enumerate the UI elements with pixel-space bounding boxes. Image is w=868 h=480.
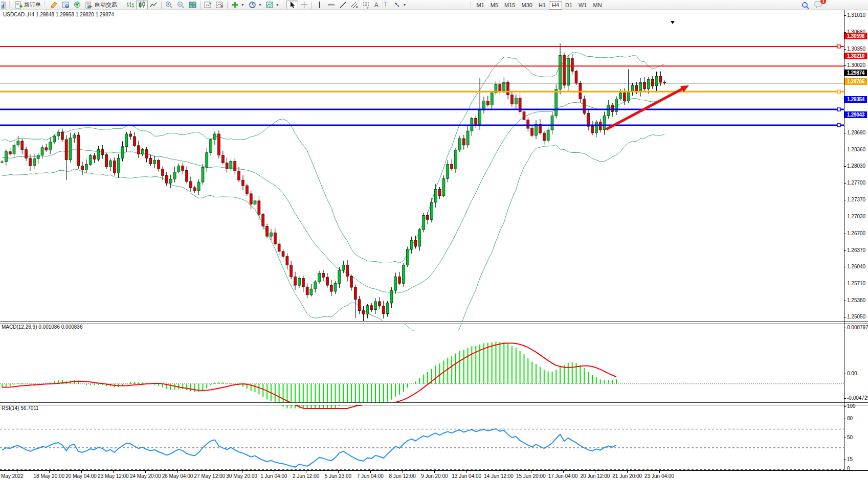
candle-body [322,273,325,277]
price-tick-label: 1.27030 [847,214,868,219]
candle-body [406,249,409,265]
text-tool-button[interactable]: A [372,1,381,9]
tile-windows-button[interactable] [187,1,198,9]
candle-body [85,165,87,170]
price-chart-pane[interactable] [0,20,844,331]
candle-body [418,230,421,246]
candle-body [655,76,658,86]
signals-button[interactable] [72,1,83,9]
macd-pane[interactable] [0,333,844,413]
label-tool-button[interactable]: T [381,1,391,9]
indicator-window-add-button[interactable] [214,1,226,9]
candle-body [113,161,116,173]
candle-body [137,146,140,154]
candle-body [510,95,513,104]
timeframe-button-h4[interactable]: H4 [549,1,562,10]
add-indicator-button[interactable]: ▼ [229,1,247,9]
candle-body [318,273,321,282]
text-tool-icon: A [374,2,379,8]
toolbar-grip[interactable] [44,2,47,8]
timeframe-button-mn[interactable]: MN [590,1,605,10]
toolbar-grip[interactable] [121,2,123,8]
toolbar: 新订单 自动交易 [0,0,868,10]
timeframe-button-d1[interactable]: D1 [562,1,575,10]
toolbar-grip[interactable] [470,2,472,8]
horizontal-line-tool-button[interactable] [325,1,337,9]
line-drag-handle[interactable] [837,45,840,48]
templates-button[interactable]: ▼ [264,1,281,9]
candle-body [306,287,308,295]
timeframe-button-m15[interactable]: M15 [501,1,518,10]
chart-candles-button[interactable] [136,1,148,9]
line-drag-handle[interactable] [837,90,840,93]
candle-body [202,167,204,182]
label-tool-icon: T [383,2,389,8]
timeframe-group: M1M5M15M30H1H4D1W1MN [474,0,605,10]
candle-body [129,134,132,136]
time-tick-mark [563,471,564,473]
chart-line-button[interactable] [148,1,160,9]
rsi-tick-label: 50 [847,435,868,440]
candle-body [45,148,48,150]
price-tick-mark [844,65,846,66]
timeframe-button-h1[interactable]: H1 [536,1,549,10]
price-tick-mark [844,15,846,16]
last-bar-marker-icon [671,21,675,24]
candle-body [623,93,626,101]
price-level-badge: 1.29354 [844,96,867,103]
notification-badge: 1 [820,0,826,4]
time-axis[interactable]: May 202218 May 20:0020 May 04:0023 May 1… [0,470,868,480]
toolbar-grip[interactable] [283,2,285,8]
candle-body [503,82,505,91]
trend-arrow[interactable] [606,87,685,129]
cursor-tool-button[interactable] [286,1,298,9]
macd-tick-mark [844,398,846,399]
chart-bars-button[interactable] [124,1,136,9]
window-chart-icon[interactable] [0,1,8,9]
timeframe-button-m5[interactable]: M5 [487,1,501,10]
channel-tool-button[interactable]: E [349,1,361,9]
candle-body [41,148,43,155]
favorites-button[interactable] [48,1,60,9]
candle-body [462,139,465,145]
vertical-line-tool-button[interactable] [314,1,325,9]
time-tick-mark [403,471,403,473]
crosshair-tool-button[interactable] [298,1,310,9]
candle-body [458,139,461,150]
arrows-tool-button[interactable]: ▼ [391,1,409,9]
timeframe-button-w1[interactable]: W1 [575,1,590,10]
line-drag-handle[interactable] [837,124,840,127]
time-tick-label: 23 May 12:00 [98,473,129,479]
timeframe-button-m1[interactable]: M1 [474,1,487,10]
new-order-button[interactable]: 新订单 [13,1,43,9]
toolbar-grip[interactable] [9,2,11,8]
autotrading-button[interactable]: 自动交易 [83,1,119,9]
period-clock-button[interactable]: ▼ [247,1,264,9]
chart-symbol-period: USDCAD-,H4 [3,12,34,17]
indicator-window-up-button[interactable] [202,1,214,9]
candle-body [631,85,634,92]
profiles-button[interactable] [60,1,72,9]
candle-body [334,283,337,291]
candle-body [221,155,224,163]
candle-body [382,306,385,314]
trendline-tool-button[interactable] [337,1,349,9]
zoom-in-button[interactable] [163,1,175,9]
timeframe-button-m30[interactable]: M30 [518,1,535,10]
macd-tick-label: -0.004725 [847,395,868,401]
rsi-tick-mark [844,460,846,460]
fibonacci-tool-button[interactable]: F [361,1,372,9]
line-drag-handle[interactable] [837,108,840,111]
notifications-button[interactable]: 1 [814,1,823,10]
candle-body [491,93,493,105]
pane-separator[interactable] [0,321,868,324]
candle-body [206,153,208,168]
dropdown-caret-icon: ▼ [241,3,244,7]
candle-body [442,178,445,196]
zoom-out-button[interactable] [175,1,187,9]
search-icon[interactable] [802,2,809,9]
candle-body [246,186,248,194]
cursor-icon [288,1,296,9]
pane-separator[interactable] [0,402,868,405]
candle-body [571,59,573,72]
